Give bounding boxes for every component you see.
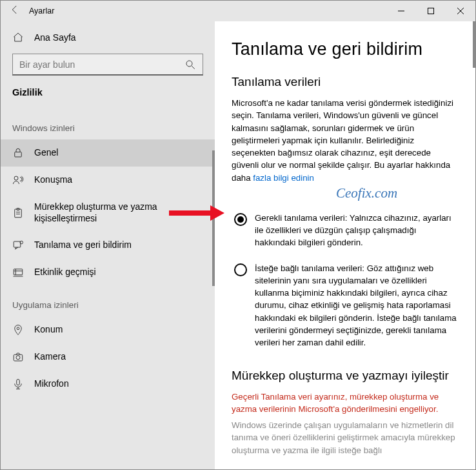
sidebar-item-speech[interactable]: Konuşma (1, 167, 215, 194)
speech-icon (12, 174, 24, 186)
svg-rect-12 (14, 241, 21, 247)
location-icon (12, 324, 24, 336)
svg-rect-14 (14, 269, 23, 275)
sidebar-item-activity[interactable]: Etkinlik geçmişi (1, 259, 215, 286)
sidebar-item-general[interactable]: Genel (1, 139, 215, 167)
watermark: Ceofix.com (336, 185, 459, 201)
sidebar-item-label: Konuşma (34, 174, 72, 186)
main-content: Tanılama ve geri bildirim Tanılama veril… (215, 21, 475, 469)
sidebar-item-diagnostics[interactable]: Tanılama ve geri bildirim (1, 232, 215, 259)
sidebar-item-camera[interactable]: Kamera (1, 343, 215, 371)
feedback-icon (12, 240, 24, 251)
search-icon (184, 59, 196, 70)
window-title: Ayarlar (29, 6, 386, 15)
sidebar-item-label: Genel (34, 147, 58, 159)
microphone-icon (12, 378, 24, 390)
diagnostic-desc: Microsoft'a ne kadar tanılama verisi gön… (232, 97, 459, 184)
sidebar-item-label: Kamera (34, 351, 66, 363)
section-windows-permissions: Windows izinleri (1, 109, 215, 139)
radio-optional-diagnostic[interactable]: İsteğe bağlı tanılama verileri: Göz attı… (232, 262, 459, 349)
svg-line-5 (192, 66, 195, 69)
svg-rect-1 (428, 8, 434, 14)
sidebar-item-location[interactable]: Konum (1, 316, 215, 343)
radio-icon (234, 213, 247, 226)
back-arrow-icon (9, 4, 21, 15)
sidebar-item-label: Etkinlik geçmişi (34, 267, 96, 278)
sidebar-item-label: Tanılama ve geri bildirim (34, 240, 132, 251)
camera-icon (12, 351, 24, 363)
inking-warning: Geçerli Tanılama veri ayarınız, mürekkep… (232, 391, 459, 416)
learn-more-link[interactable]: fazla bilgi edinin (253, 173, 314, 183)
sidebar: Ana Sayfa Gizlilik Windows izinleri Gene… (1, 21, 215, 469)
section-title-inking: Mürekkep oluşturma ve yazmayı iyileştir (232, 369, 459, 383)
back-button[interactable] (1, 4, 29, 18)
radio-label: İsteğe bağlı tanılama verileri: Göz attı… (255, 262, 459, 349)
search-input[interactable] (19, 59, 184, 70)
svg-point-7 (14, 176, 18, 180)
main-scrollbar[interactable] (473, 21, 475, 68)
svg-point-18 (17, 327, 19, 330)
sidebar-item-microphone[interactable]: Mikrofon (1, 371, 215, 398)
section-app-permissions: Uygulama izinleri (1, 286, 215, 316)
sidebar-item-label: Mikrofon (34, 378, 69, 390)
activity-icon (12, 267, 24, 278)
clipboard-icon (12, 207, 24, 219)
radio-required-diagnostic[interactable]: Gerekli tanılama verileri: Yalnızca ciha… (232, 212, 459, 249)
close-button[interactable] (446, 1, 475, 21)
maximize-button[interactable] (416, 1, 446, 21)
sidebar-item-label: Konum (34, 324, 63, 336)
home-icon (12, 32, 24, 43)
section-title-diagnostic-data: Tanılama verileri (232, 75, 459, 89)
svg-point-20 (16, 356, 20, 360)
home-link[interactable]: Ana Sayfa (1, 21, 215, 51)
annotation-arrow (169, 205, 224, 223)
minimize-button[interactable] (386, 1, 416, 21)
svg-point-4 (186, 61, 192, 66)
radio-label: Gerekli tanılama verileri: Yalnızca ciha… (255, 212, 459, 249)
titlebar: Ayarlar (1, 1, 475, 21)
svg-marker-23 (210, 205, 224, 221)
radio-icon (234, 263, 247, 276)
home-label: Ana Sayfa (34, 32, 76, 43)
page-title: Tanılama ve geri bildirim (232, 39, 459, 59)
search-input-wrap[interactable] (12, 54, 203, 76)
category-title: Gizlilik (1, 82, 215, 109)
lock-icon (12, 147, 24, 159)
svg-rect-21 (17, 380, 20, 385)
inking-muted: Windows üzerinde çalışan uygulamaların v… (232, 419, 459, 456)
svg-rect-6 (15, 152, 22, 158)
